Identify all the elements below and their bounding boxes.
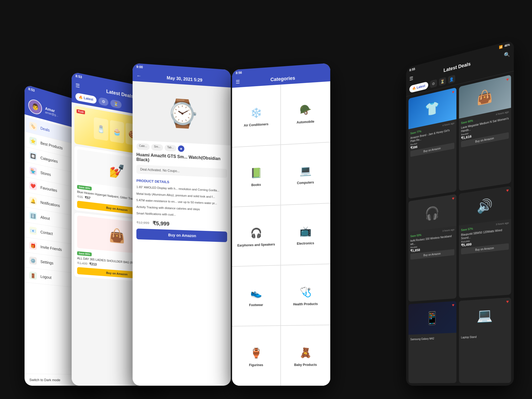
cat-electronics[interactable]: 📺 Electronics [281,203,330,265]
cat-air-conditioners[interactable]: ❄️ Air Conditioners [232,85,280,147]
phone-product-detail: 9:00 ← May 30, 2021 5:29 ⌚ Cate... Sm...… [132,63,231,386]
nav-label-settings: Settings [40,259,53,265]
cat-baby[interactable]: 🧸 Baby Products [281,325,330,386]
price-badge-1: ₹140 [77,109,85,114]
logout-icon: 🚪 [29,271,37,280]
cat-health[interactable]: 🩺 Health Products [281,264,330,325]
p5-heart-6[interactable]: ♥ [506,299,509,304]
new-price-1: ₹57 [85,196,90,200]
books-image: 📗 [246,165,267,181]
p5-save-2: Save 60% [461,119,473,124]
old-price: ₹12,999 [136,221,149,225]
favourites-icon: ❤️ [29,181,37,190]
p5-heart-2[interactable]: ♥ [506,77,509,82]
user-info: Amar amar@g... [45,106,58,117]
p5-time-1: 4 hours ago [442,122,454,127]
cat-label-ac: Air Conditioners [244,122,268,127]
cat-label-footwear: Footwear [249,303,263,307]
cat-footwear[interactable]: 👟 Footwear [232,265,280,326]
nav-label-deals: Deals [40,126,50,132]
hamburger-icon-p4[interactable]: ☰ [236,79,240,85]
p5-img-earphone: 🎧 ♥ [409,194,456,232]
cat-label-figurines: Figurines [249,363,263,367]
phone-latest-deals-dark: 8:55 📶 46% ☰ Latest Deals 🔍 🔥 Latest ⚙ ⏳… [406,40,514,386]
p5-save-4: Save 57% [461,227,473,232]
wifi-icon: 📶 [499,45,503,49]
cat-computers[interactable]: 💻 Computers [281,142,330,205]
cat-label-health: Health Products [293,302,318,306]
tab-filter[interactable]: ⚙ [98,97,108,106]
health-image: 🩺 [295,284,316,300]
cat-label-electronics: Electronics [297,241,314,246]
chip-tab: Tab... [165,145,177,152]
about-icon: ℹ️ [29,211,37,220]
back-button[interactable]: ← [136,73,141,79]
star-badge: ★ [178,145,184,152]
cat-label-books: Books [251,183,261,187]
nav-label-best-products: Best Products [40,141,63,150]
cat-label-computers: Computers [297,181,314,185]
p5-time-2: 4 hours ago [496,110,509,116]
chip-cat: Cate... [136,143,150,150]
p5-card-bag: 👜 ♥ Save 60% 4 hours ago Lavie Megastar … [459,75,511,191]
ac-image: ❄️ [246,105,267,122]
earphones-image: 🎧 [246,225,267,241]
cat-books[interactable]: 📗 Books [232,145,280,207]
p5-card-laptop: 💻 ♥ Laptop Stand [459,297,511,383]
p5-heart-1[interactable]: ♥ [452,89,454,95]
old-price-1: ₹95 [77,195,83,199]
nav-label-stores: Stores [40,171,51,177]
best-products-icon: ⭐ [29,136,37,146]
nav-label-logout: Logout [40,274,51,280]
chip-sm: Sm... [151,144,163,151]
categories-icon: 🔲 [29,151,37,161]
p5-img-speaker: 🔊 ♥ [459,186,511,226]
p5-heart-3[interactable]: ♥ [452,196,454,201]
nav-label-about: About [40,215,50,221]
cat-earphones[interactable]: 🎧 Earphones and Speakers [232,205,280,267]
electronics-image: 📺 [295,223,316,240]
p5-save-1: Save 77% [410,130,422,135]
hamburger-icon-p5[interactable]: ☰ [409,75,413,82]
cat-label-baby: Baby Products [294,363,317,367]
settings-icon: ⚙️ [29,256,37,265]
cat-figurines[interactable]: 🏺 Figurines [232,326,280,386]
computers-image: 💻 [295,162,316,179]
p5-card-clothing: 👕 ♥ Save 77% 4 hours ago Amazon Brand - … [409,88,456,199]
p5-tab-user[interactable]: 👤 [448,75,455,84]
tab-latest[interactable]: 🔥 Latest [76,93,97,104]
avatar: 👨 [28,98,42,116]
new-price: ₹5,999 [152,220,169,227]
nav-label-favourites: Favourites [40,185,57,193]
p5-img-laptop: 💻 ♥ [459,297,511,333]
time-p2: 8:53 [76,74,82,79]
p5-heart-5[interactable]: ♥ [452,303,454,307]
p5-save-3: Save 53% [410,234,422,238]
nav-label-notifications: Notifications [40,200,60,208]
auto-image: 🪖 [295,101,316,119]
baby-image: 🧸 [295,344,316,361]
p5-img-phone: 📱 ♥ [409,301,456,335]
time-p5: 8:55 [409,67,415,72]
figurines-image: 🏺 [246,345,267,361]
cat-automobile[interactable]: 🪖 Automobile [281,81,330,144]
scene: 8:53 👨 Amar amar@g... 🏷️ Deals ⭐ [13,13,519,386]
banner-item-2: 🧁 [110,120,124,144]
coupon-text: Deal Activated. No Coupo... [140,168,180,173]
p5-heart-4[interactable]: ♥ [506,188,509,193]
tab-hourglass[interactable]: ⏳ [110,99,122,109]
stores-icon: 🏪 [29,166,37,176]
hamburger-icon[interactable]: ☰ [76,82,80,89]
deals-icon: 🏷️ [29,121,37,131]
coupon-box: Deal Activated. No Coupo... [136,165,227,178]
p5-card-earphone: 🎧 ♥ Save 53% 3 hours ago boAt Rockerz 33… [409,194,456,302]
cat-label-auto: Automobile [297,120,314,124]
p5-tab-filter[interactable]: ⚙ [430,79,437,88]
search-icon-p5[interactable]: 🔍 [504,51,510,58]
p5-body-4: Save 57% 3 hours ago Blaupunkt SBW50 120… [459,219,511,257]
cat-label-earphones: Earphones and Speakers [237,243,275,247]
battery-level: 46% [504,43,510,48]
time-p3: 9:00 [136,65,143,69]
p5-tab-timer[interactable]: ⏳ [439,77,446,86]
invite-friends-icon: 🎁 [29,241,37,250]
